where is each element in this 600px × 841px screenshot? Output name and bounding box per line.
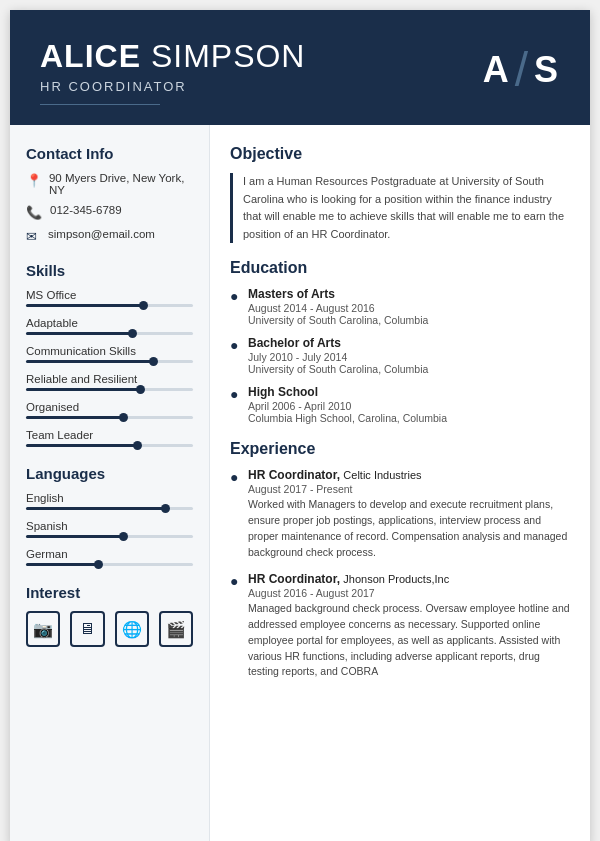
skill-label: MS Office bbox=[26, 289, 193, 301]
skill-bar-thumb bbox=[149, 357, 158, 366]
edu-dates: July 2010 - July 2014 bbox=[248, 351, 428, 363]
edu-dates: April 2006 - April 2010 bbox=[248, 400, 447, 412]
skill-bar-thumb bbox=[119, 413, 128, 422]
skill-label: Adaptable bbox=[26, 317, 193, 329]
language-item: English bbox=[26, 492, 193, 510]
main-content: Objective I am a Human Resources Postgra… bbox=[210, 125, 590, 841]
languages-title: Languages bbox=[26, 465, 193, 482]
interest-icons: 📷🖥🌐🎬 bbox=[26, 611, 193, 647]
education-item: ● High School April 2006 - April 2010 Co… bbox=[230, 385, 570, 424]
skill-bar-bg bbox=[26, 360, 193, 363]
last-name: SIMPSON bbox=[141, 38, 305, 74]
body: Contact Info 📍 90 Myers Drive, New York,… bbox=[10, 125, 590, 841]
address-text: 90 Myers Drive, New York, NY bbox=[49, 172, 193, 196]
education-title: Education bbox=[230, 259, 570, 279]
lang-label: Spanish bbox=[26, 520, 193, 532]
lang-bar-thumb bbox=[161, 504, 170, 513]
skill-bar-fill bbox=[26, 416, 126, 419]
lang-bar-fill bbox=[26, 563, 101, 566]
experience-item: ● HR Coordinator, Celtic Industries Augu… bbox=[230, 468, 570, 560]
interest-icon: 📷 bbox=[26, 611, 60, 647]
experience-list: ● HR Coordinator, Celtic Industries Augu… bbox=[230, 468, 570, 680]
lang-bar-thumb bbox=[119, 532, 128, 541]
bullet: ● bbox=[230, 288, 240, 326]
education-list: ● Masters of Arts August 2014 - August 2… bbox=[230, 287, 570, 424]
edu-school: University of South Carolina, Columbia bbox=[248, 363, 428, 375]
phone-text: 012-345-6789 bbox=[50, 204, 122, 216]
sidebar: Contact Info 📍 90 Myers Drive, New York,… bbox=[10, 125, 210, 841]
initials-a: A bbox=[483, 49, 511, 91]
contact-title: Contact Info bbox=[26, 145, 193, 162]
phone-icon: 📞 bbox=[26, 205, 42, 220]
slash: / bbox=[515, 42, 530, 97]
skill-bar-bg bbox=[26, 332, 193, 335]
skill-bar-bg bbox=[26, 388, 193, 391]
email-icon: ✉ bbox=[26, 229, 40, 244]
header: ALICE SIMPSON HR COORDINATOR A / S bbox=[10, 10, 590, 125]
interest-icon: 🌐 bbox=[115, 611, 149, 647]
contact-address: 📍 90 Myers Drive, New York, NY bbox=[26, 172, 193, 196]
skill-bar-bg bbox=[26, 416, 193, 419]
interest-icon: 🖥 bbox=[70, 611, 104, 647]
edu-school: Columbia High School, Carolina, Columbia bbox=[248, 412, 447, 424]
education-item: ● Bachelor of Arts July 2010 - July 2014… bbox=[230, 336, 570, 375]
edu-content: High School April 2006 - April 2010 Colu… bbox=[248, 385, 447, 424]
exp-title: HR Coordinator, Jhonson Products,Inc bbox=[248, 572, 570, 586]
edu-content: Masters of Arts August 2014 - August 201… bbox=[248, 287, 428, 326]
interest-icon: 🎬 bbox=[159, 611, 193, 647]
skill-label: Reliable and Resilient bbox=[26, 373, 193, 385]
exp-content: HR Coordinator, Jhonson Products,Inc Aug… bbox=[248, 572, 570, 680]
edu-school: University of South Carolina, Columbia bbox=[248, 314, 428, 326]
skill-label: Team Leader bbox=[26, 429, 193, 441]
bullet: ● bbox=[230, 337, 240, 375]
header-title: HR COORDINATOR bbox=[40, 79, 305, 94]
interest-section: Interest 📷🖥🌐🎬 bbox=[26, 584, 193, 647]
edu-degree: High School bbox=[248, 385, 447, 399]
lang-label: German bbox=[26, 548, 193, 560]
lang-label: English bbox=[26, 492, 193, 504]
exp-title: HR Coordinator, Celtic Industries bbox=[248, 468, 570, 482]
language-item: German bbox=[26, 548, 193, 566]
exp-company: Celtic Industries bbox=[343, 469, 421, 481]
education-item: ● Masters of Arts August 2014 - August 2… bbox=[230, 287, 570, 326]
experience-item: ● HR Coordinator, Jhonson Products,Inc A… bbox=[230, 572, 570, 680]
edu-content: Bachelor of Arts July 2010 - July 2014 U… bbox=[248, 336, 428, 375]
skill-bar-fill bbox=[26, 304, 146, 307]
skill-item: MS Office bbox=[26, 289, 193, 307]
exp-desc: Managed background check process. Oversa… bbox=[248, 601, 570, 680]
header-initials: A / S bbox=[483, 42, 560, 97]
languages-section: Languages English Spanish German bbox=[26, 465, 193, 566]
skill-item: Communication Skills bbox=[26, 345, 193, 363]
lang-bar-fill bbox=[26, 507, 168, 510]
bullet: ● bbox=[230, 469, 240, 560]
lang-bar-fill bbox=[26, 535, 126, 538]
experience-title: Experience bbox=[230, 440, 570, 460]
exp-dates: August 2017 - Present bbox=[248, 483, 570, 495]
skill-label: Communication Skills bbox=[26, 345, 193, 357]
skill-bar-fill bbox=[26, 360, 156, 363]
skill-bar-fill bbox=[26, 388, 143, 391]
skill-bar-thumb bbox=[128, 329, 137, 338]
email-text: simpson@email.com bbox=[48, 228, 155, 240]
exp-desc: Worked with Managers to develop and exec… bbox=[248, 497, 570, 560]
location-icon: 📍 bbox=[26, 173, 41, 188]
skill-bar-thumb bbox=[136, 385, 145, 394]
lang-bar-bg bbox=[26, 535, 193, 538]
header-left: ALICE SIMPSON HR COORDINATOR bbox=[40, 38, 305, 105]
contact-phone: 📞 012-345-6789 bbox=[26, 204, 193, 220]
edu-dates: August 2014 - August 2016 bbox=[248, 302, 428, 314]
skills-list: MS Office Adaptable Communication Skills… bbox=[26, 289, 193, 447]
skill-label: Organised bbox=[26, 401, 193, 413]
contact-email: ✉ simpson@email.com bbox=[26, 228, 193, 244]
objective-text: I am a Human Resources Postgraduate at U… bbox=[230, 173, 570, 243]
resume-container: ALICE SIMPSON HR COORDINATOR A / S Conta… bbox=[10, 10, 590, 841]
skills-section: Skills MS Office Adaptable Communication… bbox=[26, 262, 193, 447]
skills-title: Skills bbox=[26, 262, 193, 279]
bullet: ● bbox=[230, 386, 240, 424]
skill-item: Reliable and Resilient bbox=[26, 373, 193, 391]
interest-title: Interest bbox=[26, 584, 193, 601]
experience-section: Experience ● HR Coordinator, Celtic Indu… bbox=[230, 440, 570, 680]
first-name: ALICE bbox=[40, 38, 141, 74]
skill-item: Adaptable bbox=[26, 317, 193, 335]
skill-bar-thumb bbox=[139, 301, 148, 310]
